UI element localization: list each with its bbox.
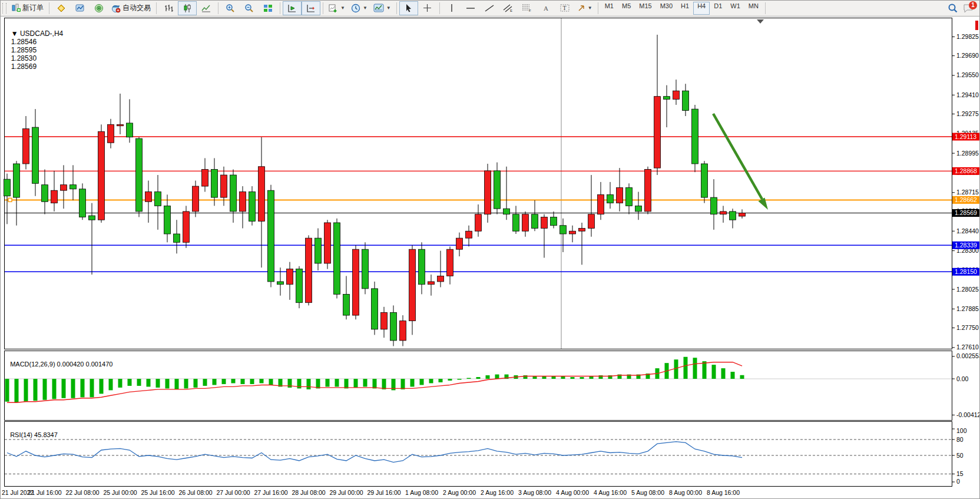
candle-body [343,294,350,315]
line-chart-icon [201,4,211,13]
macd-histogram-bar [731,372,735,379]
time-axis-label: 4 Aug 00:00 [556,489,589,496]
timeframe-h4-button[interactable]: H4 [693,2,710,15]
macd-histogram-bar [335,379,339,386]
channel-tool-button[interactable]: E [499,1,518,15]
macd-histogram-bar [24,379,28,402]
cursor-tool-button[interactable] [399,1,418,15]
candle-body [730,212,736,220]
bar-chart-mode-button[interactable] [159,1,178,15]
period-button[interactable]: ▼ [348,1,370,15]
macd-histogram-bar [109,379,113,390]
candle-body [164,206,171,234]
candle-body [353,249,359,315]
hline-tool-button[interactable] [461,1,480,15]
macd-histogram-bar [62,379,66,398]
candle-body [211,170,218,198]
data-window-button[interactable] [71,1,90,15]
candle-body [485,171,491,214]
crosshair-tool-button[interactable] [418,1,437,15]
macd-histogram-bar [580,377,584,379]
text-icon: A [542,4,550,12]
shapes-tool-button[interactable]: ▼ [574,1,595,15]
text-tool-button[interactable]: A [537,1,555,15]
signals-button[interactable] [90,1,108,15]
candle-body [466,231,472,238]
macd-histogram-bar [684,357,688,379]
chart-canvas[interactable]: 1.298251.296901.295501.294101.292751.291… [0,0,980,499]
candle-body [51,190,58,203]
candle-body [108,124,114,143]
macd-histogram-bar [71,379,75,398]
macd-histogram-bar [81,379,85,397]
new-order-label: 新订单 [22,3,44,13]
add-indicator-icon [329,4,338,13]
macd-histogram-bar [448,379,452,381]
timeframe-m30-button[interactable]: M30 [656,2,677,15]
macd-histogram-bar [15,379,19,402]
trendline-tool-button[interactable] [480,1,499,15]
toolbar-separator [765,2,766,14]
ohlc-bars-icon [164,4,173,13]
chart-shift-button[interactable] [302,1,320,15]
arrows-shapes-icon [577,4,585,12]
indicators-button[interactable]: ▼ [326,1,348,15]
one-click-trading-arrow-icon[interactable]: ▼ [11,29,20,38]
candle-body [277,282,284,285]
template-button[interactable]: ▼ [370,1,394,15]
price-axis-tick-label: 1.29690 [956,52,979,59]
rsi-panel [5,422,952,487]
market-watch-button[interactable] [52,1,71,15]
price-level-badge-label: 1.28339 [955,242,977,249]
time-axis-label: 21 Jul 16:00 [28,489,61,496]
quote-close: 1.28569 [11,62,37,71]
zoom-in-button[interactable] [221,1,240,15]
candle-body [532,214,538,229]
timeframe-w1-button[interactable]: W1 [726,2,744,15]
time-axis-label: 25 Jul 16:00 [141,489,174,496]
time-axis-label: 8 Aug 00:00 [669,489,702,496]
macd-histogram-bar [486,375,490,379]
fibonacci-icon: F [522,4,532,12]
search-icon[interactable] [948,3,958,14]
macd-histogram-bar [693,358,697,379]
candle-body [362,249,369,289]
price-axis-tick-label: 1.29410 [956,91,979,98]
vline-tool-button[interactable] [442,1,461,15]
timeframe-h1-button[interactable]: H1 [677,2,693,15]
macd-histogram-bar [34,379,38,401]
rsi-indicator-label: RSI(14) 45.8347 [6,424,58,438]
time-axis-label: 2 Aug 16:00 [481,489,514,496]
tile-windows-button[interactable] [259,1,277,15]
main-toolbar: 新订单 自动交易 [0,0,980,16]
candle-body [541,217,548,228]
timeframe-mn-button[interactable]: MN [744,2,763,15]
line-chart-mode-button[interactable] [197,1,216,15]
timeframe-m1-button[interactable]: M1 [601,2,618,15]
fibonacci-tool-button[interactable]: F [518,1,537,15]
candle-body [268,190,274,282]
candlestick-mode-button[interactable] [178,1,197,15]
tile-windows-icon [263,4,273,13]
timeframe-m5-button[interactable]: M5 [618,2,635,15]
candle-body [23,128,29,164]
price-axis-tick-label: 1.29275 [956,110,979,117]
time-axis-label: 25 Jul 00:00 [103,489,137,496]
timeframe-m15-button[interactable]: M15 [635,2,655,15]
toolbar-separator [49,2,49,14]
chat-button[interactable]: 1 [962,2,975,15]
macd-histogram-bar [721,368,726,379]
toolbar-grip[interactable] [2,3,6,14]
timeframe-d1-button[interactable]: D1 [710,2,726,15]
candle-body [683,91,689,110]
quote-low: 1.28530 [11,54,37,62]
new-order-button[interactable]: 新订单 [9,1,47,15]
price-level-badge-label: 1.28868 [955,167,977,174]
clock-icon [351,4,360,13]
auto-scroll-button[interactable] [283,1,302,15]
label-tool-button[interactable]: T [555,1,574,15]
scroll-position-marker [975,21,978,30]
auto-trading-button[interactable]: 自动交易 [108,1,154,15]
zoom-out-button[interactable] [240,1,259,15]
macd-histogram-bar [90,379,94,397]
